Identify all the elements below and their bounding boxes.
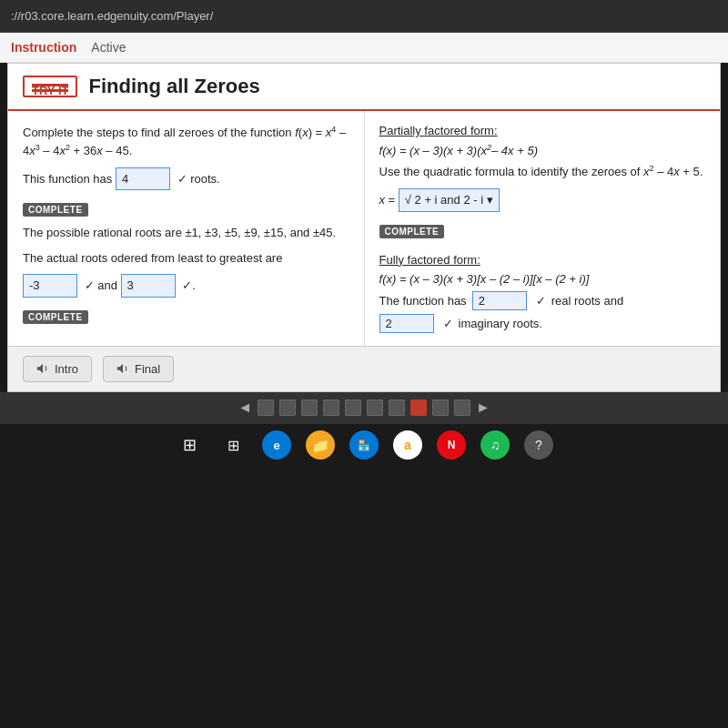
complete-badge-2: COMPLETE bbox=[23, 310, 88, 324]
speaker-icon-final bbox=[116, 362, 129, 375]
nav-dot-3[interactable] bbox=[301, 399, 318, 416]
right-column: Partially factored form: f(x) = (x – 3)(… bbox=[365, 111, 721, 346]
x-equals-input[interactable]: √ 2 + i and 2 - i ▾ bbox=[399, 188, 500, 212]
fully-factored-form: f(x) = (x – 3)(x + 3)[x – (2 – i)][x – (… bbox=[379, 272, 706, 286]
taskbar-folder-icon[interactable]: 📁 bbox=[306, 430, 335, 460]
factored-form: f(x) = (x – 3)(x + 3)(x2– 4x + 5) bbox=[379, 143, 706, 157]
nav-dot-2[interactable] bbox=[279, 399, 296, 416]
actual-roots-inputs: -3 ✓ and 3 ✓. bbox=[23, 274, 349, 298]
taskbar-netflix-icon[interactable]: N bbox=[437, 430, 466, 460]
complete-badge-3: COMPLETE bbox=[379, 225, 445, 238]
prev-arrow[interactable]: ◄ bbox=[238, 399, 252, 416]
roots-suffix: roots. bbox=[190, 172, 220, 186]
taskbar-store-icon[interactable]: 🏪 bbox=[349, 430, 379, 460]
next-arrow[interactable]: ► bbox=[476, 399, 490, 416]
roots-checkmark: ✓ bbox=[177, 172, 187, 186]
taskbar-amazon-icon[interactable]: a bbox=[393, 430, 422, 460]
nav-dot-4[interactable] bbox=[323, 399, 339, 416]
partially-factored-label: Partially factored form: bbox=[379, 124, 706, 137]
x-equals-line: x = √ 2 + i and 2 - i ▾ bbox=[379, 188, 706, 212]
nav-dot-9[interactable] bbox=[432, 399, 449, 416]
x-equals-value: √ 2 + i and 2 - i bbox=[405, 191, 483, 209]
real-roots-input[interactable]: 2 bbox=[472, 291, 527, 310]
root2-checkmark: ✓ bbox=[182, 278, 192, 292]
nav-dot-1[interactable] bbox=[258, 399, 274, 416]
top-nav: Instruction Active bbox=[0, 33, 728, 63]
taskbar-spotify-icon[interactable]: ♫ bbox=[480, 430, 510, 460]
x-equals-dropdown-icon[interactable]: ▾ bbox=[487, 191, 493, 209]
imaginary-input[interactable]: 2 bbox=[379, 314, 434, 333]
root1-checkmark: ✓ bbox=[85, 278, 95, 292]
taskbar-grid-icon[interactable]: ⊞ bbox=[218, 430, 248, 460]
final-label: Final bbox=[135, 362, 160, 376]
rational-roots-text: The possible rational roots are ±1, ±3, … bbox=[23, 224, 349, 242]
try-it-badge: TRY IT bbox=[23, 76, 77, 97]
content-card: TRY IT Finding all Zeroes Complete the s… bbox=[7, 63, 721, 392]
nav-dot-7[interactable] bbox=[389, 399, 405, 416]
root1-input[interactable]: -3 bbox=[23, 274, 77, 298]
imaginary-roots-line: 2 ✓ imaginary roots. bbox=[379, 314, 706, 333]
real-roots-prefix: The function has bbox=[379, 294, 467, 308]
taskbar-edge-icon[interactable]: e bbox=[262, 430, 291, 460]
intro-button[interactable]: Intro bbox=[23, 356, 92, 382]
nav-dot-8[interactable] bbox=[410, 399, 427, 416]
imaginary-checkmark: ✓ bbox=[443, 317, 453, 330]
bottom-area: Intro Final bbox=[8, 346, 720, 391]
try-it-header: TRY IT Finding all Zeroes bbox=[8, 64, 720, 111]
taskbar-windows-icon[interactable]: ⊞ bbox=[175, 430, 204, 460]
roots-line: This function has 4 ✓ roots. bbox=[23, 167, 349, 191]
nav-dot-5[interactable] bbox=[345, 399, 361, 416]
active-label: Active bbox=[91, 40, 126, 55]
imaginary-suffix: imaginary roots. bbox=[459, 317, 542, 330]
browser-bar: ://r03.core.learn.edgenuity.com/Player/ bbox=[0, 0, 728, 33]
try-it-badge-text: TRY IT bbox=[32, 84, 68, 86]
and-label: and bbox=[97, 278, 117, 292]
actual-roots-label: The actual roots odered from least to gr… bbox=[23, 249, 349, 268]
speaker-icon-intro bbox=[36, 362, 49, 375]
page-navigation: ◄ ► bbox=[0, 392, 728, 423]
root2-input[interactable]: 3 bbox=[121, 274, 176, 298]
real-roots-suffix: real roots and bbox=[551, 294, 624, 308]
nav-dot-6[interactable] bbox=[367, 399, 383, 416]
real-roots-line: The function has 2 ✓ real roots and bbox=[379, 291, 706, 310]
nav-dot-10[interactable] bbox=[454, 399, 470, 416]
browser-url: ://r03.core.learn.edgenuity.com/Player/ bbox=[11, 9, 213, 23]
two-column-layout: Complete the steps to find all zeroes of… bbox=[8, 111, 720, 346]
intro-text: Complete the steps to find all zeroes of… bbox=[23, 124, 349, 160]
page-title: Finding all Zeroes bbox=[88, 75, 259, 98]
quadratic-text: Use the quadratic formula to identify th… bbox=[379, 163, 706, 181]
real-roots-checkmark: ✓ bbox=[536, 294, 546, 308]
instruction-label[interactable]: Instruction bbox=[11, 40, 76, 55]
fully-factored-label: Fully factored form: bbox=[379, 253, 706, 267]
taskbar-help-icon[interactable]: ? bbox=[524, 430, 553, 460]
taskbar: ⊞ ⊞ e 📁 🏪 a N ♫ ? bbox=[0, 423, 728, 467]
roots-input[interactable]: 4 bbox=[116, 167, 170, 191]
complete-badge-1: COMPLETE bbox=[23, 203, 88, 217]
final-button[interactable]: Final bbox=[103, 356, 174, 382]
intro-label: Intro bbox=[55, 362, 78, 376]
left-column: Complete the steps to find all zeroes of… bbox=[8, 111, 365, 346]
